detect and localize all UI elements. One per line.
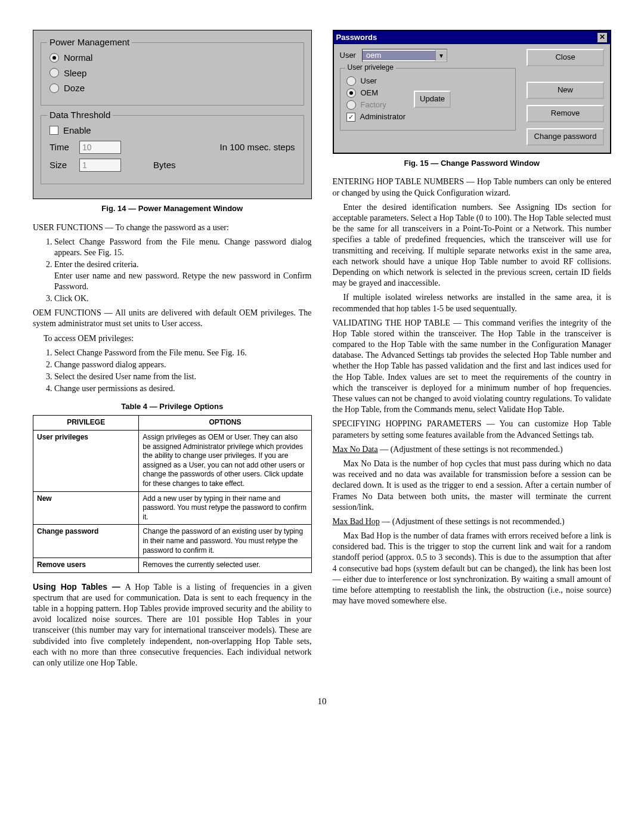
radio-oem[interactable]: OEM	[346, 88, 406, 98]
combo-value: oem	[363, 51, 435, 61]
oem-access-lead: To access OEM privileges:	[33, 333, 312, 344]
th-privilege: PRIVILEGE	[33, 416, 139, 431]
checkbox-icon	[346, 113, 355, 122]
close-button[interactable]: ✕	[597, 32, 608, 43]
fig15-caption: Fig. 15 — Change Password Window	[333, 159, 612, 169]
entering-hop-p1: ENTERING HOP TABLE NUMBERS — Hop Table n…	[333, 176, 612, 198]
checkbox-label: Enable	[63, 125, 91, 137]
change-password-button[interactable]: Change password	[527, 128, 604, 145]
hop-tables-paragraph: Using Hop Tables — A Hop Table is a list…	[33, 581, 312, 669]
radio-normal[interactable]: Normal	[49, 52, 295, 64]
th-options: OPTIONS	[139, 416, 311, 431]
enable-checkbox-row[interactable]: Enable	[49, 125, 295, 137]
update-button[interactable]: Update	[414, 91, 451, 108]
user-combo[interactable]: oem ▼	[362, 49, 447, 62]
power-management-panel: Power Management Normal Sleep Doze Data …	[33, 30, 312, 199]
radio-label: Sleep	[64, 67, 86, 79]
radio-icon	[49, 68, 59, 78]
entering-hop-p3: If multiple isolated wireless networks a…	[333, 292, 612, 314]
max-no-data-head: Max No Data — (Adjustment of these setti…	[333, 444, 612, 455]
power-management-group-title: Power Management	[47, 36, 132, 48]
radio-doze[interactable]: Doze	[49, 82, 295, 94]
close-button-2[interactable]: Close	[527, 49, 604, 66]
radio-icon	[346, 76, 356, 86]
user-privilege-group-title: User privelege	[345, 63, 396, 73]
fig14-caption: Fig. 14 — Power Management Window	[33, 204, 312, 214]
table-row: User privileges Assign privileges as OEM…	[33, 431, 312, 492]
radio-icon	[49, 53, 59, 63]
radio-factory: Factory	[346, 100, 406, 110]
chevron-down-icon: ▼	[435, 50, 447, 61]
radio-label: User	[361, 76, 377, 86]
radio-icon	[346, 100, 356, 110]
size-label: Size	[49, 159, 73, 171]
list-item: Change password dialog appears.	[54, 360, 312, 370]
checkbox-icon	[49, 126, 58, 135]
data-threshold-group-title: Data Threshold	[47, 109, 113, 121]
dialog-titlebar: Passwords ✕	[334, 31, 611, 44]
entering-hop-p2: Enter the desired identification numbers…	[333, 202, 612, 289]
table-row: New Add a new user by typing in their na…	[33, 491, 312, 525]
list-item: Change user permissions as desired.	[54, 383, 312, 394]
user-functions-lead: USER FUNCTIONS — To change the password …	[33, 222, 312, 233]
radio-user[interactable]: User	[346, 76, 406, 86]
size-input[interactable]: 1	[79, 159, 121, 172]
checkbox-label: Administrator	[360, 112, 406, 122]
radio-label: OEM	[361, 88, 379, 98]
page-number: 10	[33, 696, 611, 708]
list-item: Select the desired User name from the li…	[54, 371, 312, 382]
list-item: Select Change Password from the File men…	[54, 348, 312, 358]
radio-icon	[49, 83, 59, 93]
radio-label: Normal	[64, 52, 92, 64]
radio-label: Doze	[64, 82, 85, 94]
list-item: Enter the desired criteria. Enter user n…	[54, 259, 312, 292]
oem-functions-text: OEM FUNCTIONS — All units are delivered …	[33, 308, 312, 329]
table4-caption: Table 4 — Privilege Options	[33, 402, 312, 412]
list-item: Click OK.	[54, 293, 312, 304]
time-input[interactable]: 10	[79, 141, 121, 154]
table-row: Change password Change the password of a…	[33, 525, 312, 558]
user-steps: Select Change Password from the File men…	[33, 237, 312, 304]
close-icon: ✕	[599, 33, 605, 42]
validating-hop-p: VALIDATING THE HOP TABLE — This command …	[333, 318, 612, 416]
user-label: User	[340, 51, 356, 61]
time-units: In 100 msec. steps	[220, 141, 295, 153]
specifying-hop-p: SPECIFYING HOPPING PARAMETERS — You can …	[333, 419, 612, 440]
admin-checkbox-row[interactable]: Administrator	[346, 112, 406, 122]
new-button[interactable]: New	[527, 82, 604, 99]
dialog-title: Passwords	[336, 33, 377, 43]
radio-icon	[346, 88, 356, 98]
max-bad-hop-body: Max Bad Hop is the number of data frames…	[333, 531, 612, 606]
privilege-table: PRIVILEGE OPTIONS User privileges Assign…	[33, 415, 312, 572]
max-no-data-body: Max No Data is the number of hop cycles …	[333, 459, 612, 513]
table-row: Remove users Removes the currently selec…	[33, 558, 312, 573]
max-bad-hop-head: Max Bad Hop — (Adjustment of these setti…	[333, 516, 612, 527]
radio-label: Factory	[361, 100, 386, 110]
remove-button[interactable]: Remove	[527, 105, 604, 122]
oem-steps: Select Change Password from the File men…	[33, 348, 312, 395]
time-label: Time	[49, 141, 73, 153]
list-item: Select Change Password from the File men…	[54, 237, 312, 258]
passwords-dialog: Passwords ✕ User oem ▼ User privelege	[333, 30, 612, 154]
radio-sleep[interactable]: Sleep	[49, 67, 295, 79]
size-units: Bytes	[153, 159, 176, 171]
